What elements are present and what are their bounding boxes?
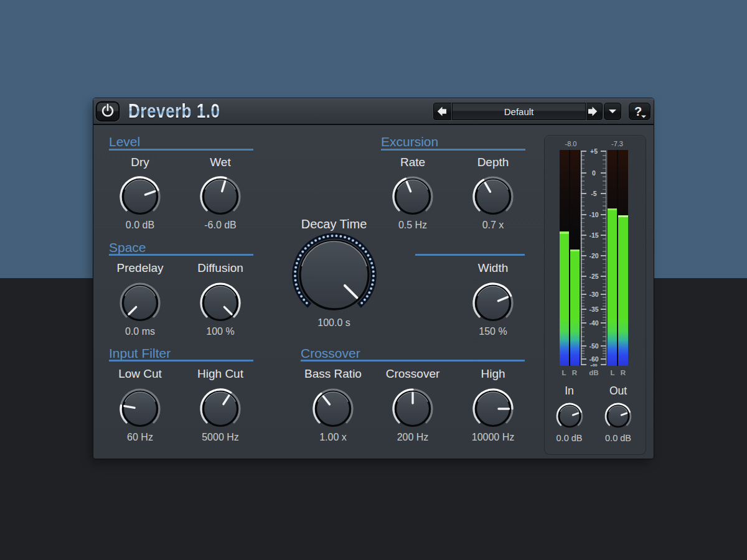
svg-text:?: ? [634,105,642,118]
